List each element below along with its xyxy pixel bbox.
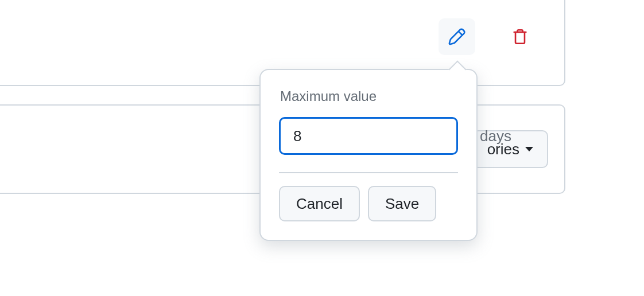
edit-popover: Maximum value days Cancel Save	[259, 69, 478, 241]
maximum-value-input-wrap[interactable]: days	[279, 117, 458, 155]
delete-button[interactable]	[502, 18, 538, 55]
input-unit-label: days	[480, 127, 511, 145]
maximum-value-label: Maximum value	[280, 88, 458, 104]
cancel-button[interactable]: Cancel	[279, 186, 360, 221]
pencil-icon	[448, 28, 465, 45]
save-button[interactable]: Save	[368, 186, 436, 221]
popover-separator	[279, 172, 458, 173]
caret-down-icon	[525, 147, 533, 151]
edit-button[interactable]	[439, 18, 475, 55]
popover-actions: Cancel Save	[279, 186, 458, 221]
maximum-value-input[interactable]	[293, 127, 480, 145]
trash-icon	[511, 28, 529, 45]
